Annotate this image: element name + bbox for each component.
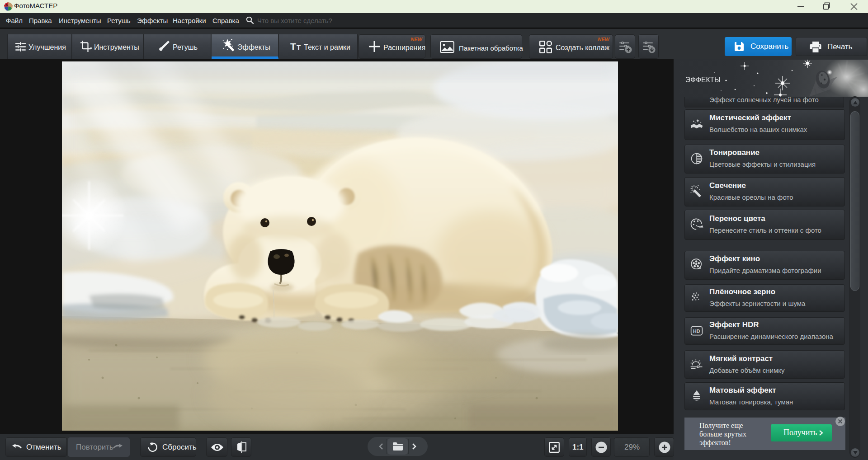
svg-text:T: T [290, 42, 296, 52]
svg-text:HD: HD [693, 329, 700, 334]
svg-text:T: T [297, 43, 301, 51]
